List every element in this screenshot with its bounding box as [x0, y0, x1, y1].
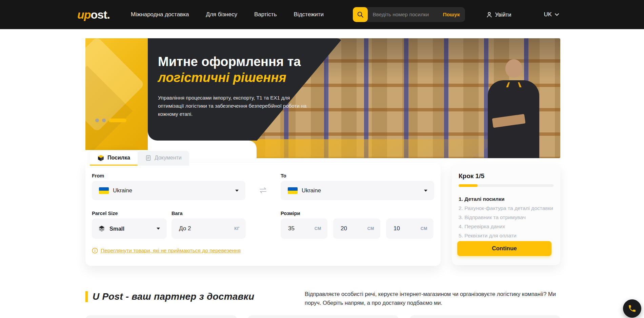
nav-item-track[interactable]: Відстежити [294, 11, 324, 18]
track-search-group: Пошук [353, 7, 465, 22]
top-navbar: upost. Міжнародна доставка Для бізнесу В… [0, 0, 644, 29]
logo-rest: ost. [91, 8, 110, 21]
nav-item-pricing[interactable]: Вартість [254, 11, 277, 18]
language-value: UK [544, 11, 552, 18]
tab-parcel-label: Посилка [107, 155, 130, 161]
section-title: U Post - ваш партнер з доставки [93, 291, 254, 302]
dimension-length-field: СМ [281, 218, 327, 239]
dimension-height-field: СМ [386, 218, 434, 239]
partner-section-heading: U Post - ваш партнер з доставки [85, 291, 254, 302]
hero-banner: Митне оформлення та логістичні рішення У… [85, 38, 560, 158]
search-button[interactable] [353, 7, 368, 22]
login-button[interactable]: Увійти [486, 12, 511, 18]
ukraine-flag-icon [99, 187, 109, 194]
to-label: To [281, 173, 286, 178]
weight-input[interactable] [172, 225, 234, 232]
progress-fill [459, 184, 478, 187]
carousel-dots [95, 119, 126, 122]
restricted-goods-link[interactable]: Переглянути товари, які не приймаються д… [92, 248, 241, 254]
heading-accent-bar [85, 291, 88, 302]
weight-label: Вага [172, 211, 183, 216]
section-description: Відправляєте особисті речі, керуєте інте… [305, 290, 561, 307]
progress-bar [459, 184, 554, 187]
document-icon [145, 155, 152, 161]
step-list: 1. Деталі посилки 2. Рахунок-фактура та … [459, 194, 554, 240]
courier-photo-figure [486, 59, 541, 158]
from-country-value: Ukraine [113, 187, 132, 194]
weight-unit: кг [234, 226, 246, 231]
step-item-2: 2. Рахунок-фактура та деталі доставки [459, 204, 554, 213]
search-icon [357, 11, 364, 18]
search-submit-button[interactable]: Пошук [437, 12, 465, 18]
hero-text-panel: Митне оформлення та логістичні рішення У… [148, 38, 343, 141]
carousel-dot[interactable] [95, 119, 99, 122]
hero-description: Управління процесами імпорту, експорту, … [158, 94, 312, 118]
layers-icon [98, 225, 105, 232]
shipment-calculator-card: From Ukraine To Ukraine Parcel Size Smal… [85, 163, 441, 266]
nav-item-international[interactable]: Міжнародна доставка [131, 11, 189, 18]
tab-documents-label: Документи [155, 155, 182, 161]
dimension-unit: СМ [315, 226, 327, 231]
chevron-down-icon [555, 13, 559, 16]
direction-card-stub[interactable] [248, 315, 399, 318]
from-country-select[interactable]: Ukraine [92, 181, 245, 200]
dimension-unit: СМ [367, 226, 380, 231]
dropdown-caret-icon [235, 190, 239, 192]
language-selector[interactable]: UK [544, 11, 559, 18]
carousel-dot[interactable] [109, 119, 126, 122]
info-circle-icon [92, 248, 98, 254]
step-counter: Крок 1/5 [459, 172, 554, 180]
dropdown-caret-icon [157, 228, 160, 230]
dropdown-caret-icon [424, 190, 427, 192]
carousel-dot[interactable] [102, 119, 106, 122]
step-item-3: 3. Відправник та отримувач [459, 213, 554, 222]
phone-icon [628, 304, 637, 313]
nav-item-business[interactable]: Для бізнесу [206, 11, 237, 18]
upost-logo[interactable]: upost. [77, 8, 110, 21]
upost-home-page: upost. Міжнародна доставка Для бізнесу В… [0, 0, 644, 318]
dimension-height-input[interactable] [386, 225, 421, 232]
tab-parcel[interactable]: Посилка [90, 151, 138, 166]
dimensions-label: Розміри [281, 211, 300, 216]
contact-phone-button[interactable] [623, 299, 641, 318]
from-label: From [92, 173, 104, 178]
to-country-select[interactable]: Ukraine [281, 181, 434, 200]
step-item-1: 1. Деталі посилки [459, 194, 554, 204]
swap-countries-button[interactable] [257, 185, 269, 195]
main-nav: Міжнародна доставка Для бізнесу Вартість… [131, 11, 324, 18]
logo-accent: up [77, 8, 91, 21]
login-label: Увійти [495, 12, 511, 18]
tab-documents[interactable]: Документи [138, 151, 189, 166]
hero-title-line2: логістичні рішення [158, 69, 343, 86]
dimension-length-input[interactable] [281, 225, 315, 232]
ukraine-flag-icon [288, 187, 298, 194]
hero-title-line1: Митне оформлення та [158, 54, 343, 69]
dimension-width-input[interactable] [333, 225, 367, 232]
dimension-width-field: СМ [333, 218, 380, 239]
parcel-size-value: Small [109, 226, 124, 232]
to-country-value: Ukraine [302, 187, 321, 194]
continue-button[interactable]: Continue [457, 241, 551, 256]
weight-field: кг [172, 218, 246, 239]
restricted-goods-link-text[interactable]: Переглянути товари, які не приймаються д… [101, 248, 241, 254]
step-item-5: 5. Реквізити для оплати [459, 231, 554, 240]
parcel-size-select[interactable]: Small [92, 218, 167, 239]
parcel-box-icon [97, 154, 104, 162]
direction-card-stub[interactable] [85, 315, 237, 318]
direction-card-stub[interactable] [409, 315, 560, 318]
person-icon [486, 12, 492, 18]
parcel-size-label: Parcel Size [92, 211, 118, 216]
hero-yellow-graphic [85, 38, 148, 150]
step-item-4: 4. Перевірка даних [459, 222, 554, 231]
shipment-type-tabs: Посилка Документи [90, 151, 189, 166]
tracking-number-input[interactable] [368, 12, 437, 18]
steps-progress-card: Крок 1/5 1. Деталі посилки 2. Рахунок-фа… [452, 164, 560, 265]
dimension-unit: СМ [421, 226, 434, 231]
